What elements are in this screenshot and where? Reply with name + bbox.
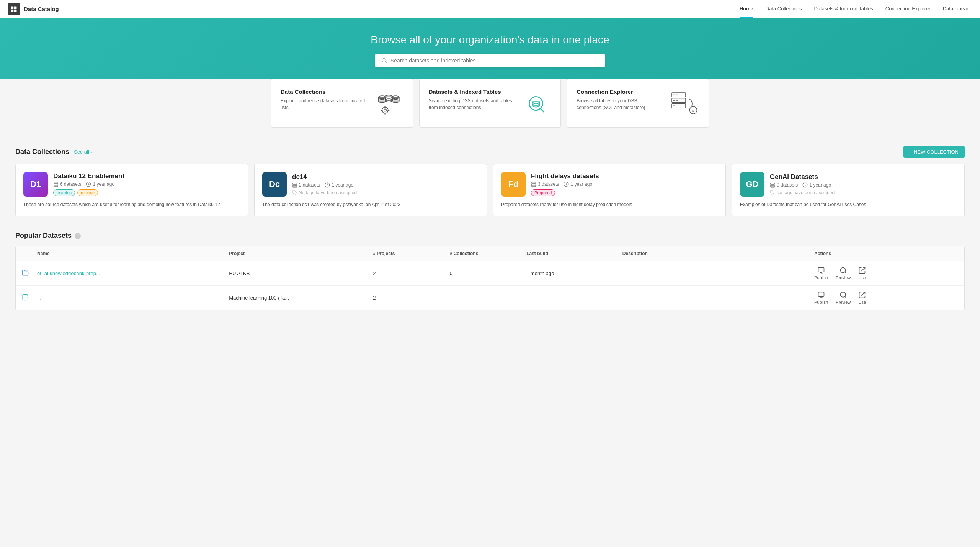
svg-rect-1: [14, 6, 17, 9]
top-nav: Data Catalog Home Data Collections Datas…: [0, 0, 980, 18]
svg-rect-3: [14, 9, 17, 12]
collection-avatar-0: D1: [23, 172, 48, 197]
collection-name-2: Flight delays datasets: [531, 172, 599, 180]
connection-icon: $: [669, 90, 699, 118]
feature-card-datasets[interactable]: Datasets & Indexed Tables Search existin…: [419, 79, 561, 128]
svg-point-15: [382, 107, 388, 113]
section-header: Data Collections See all › + NEW COLLECT…: [15, 146, 965, 158]
publish-icon-1: [817, 291, 825, 299]
no-tags-1: No tags have been assigned: [292, 190, 357, 195]
publish-button-0[interactable]: Publish: [814, 267, 828, 280]
feature-cards-row: Data Collections Explore, and reuse data…: [260, 79, 720, 128]
svg-rect-42: [293, 185, 297, 186]
preview-button-0[interactable]: Preview: [836, 267, 851, 280]
svg-line-58: [845, 272, 846, 274]
datasets-count-2: 3 datasets: [531, 182, 559, 187]
feature-card-title-1: Datasets & Indexed Tables: [429, 88, 515, 95]
svg-text:$: $: [692, 108, 694, 113]
preview-button-1[interactable]: Preview: [836, 291, 851, 305]
folder-icon: [22, 269, 29, 276]
use-button-0[interactable]: Use: [858, 267, 866, 280]
row-name-0[interactable]: eu-ai-knowledgebank-prep...: [37, 270, 229, 276]
publish-button-1[interactable]: Publish: [814, 291, 828, 305]
row-icon-0: [22, 269, 37, 277]
tag-icon: [292, 190, 297, 195]
feature-card-data-collections[interactable]: Data Collections Explore, and reuse data…: [271, 79, 413, 128]
svg-rect-38: [54, 184, 58, 185]
nav-data-lineage[interactable]: Data Lineage: [943, 0, 972, 18]
section-title: Data Collections: [15, 148, 69, 156]
datasets-count-3: 0 datasets: [770, 182, 798, 188]
tags-2: Prepared: [531, 189, 599, 196]
app-title: Data Catalog: [24, 6, 59, 12]
use-icon-1: [858, 291, 866, 299]
svg-rect-43: [293, 186, 297, 187]
row-actions-0: Publish Preview Use: [814, 267, 958, 280]
use-icon: [858, 267, 866, 274]
table-row: eu-ai-knowledgebank-prep... EU AI KB 2 0…: [16, 261, 964, 286]
hero-title: Browse all of your organization's data i…: [8, 34, 972, 46]
svg-line-26: [541, 109, 544, 112]
feature-card-title-2: Connection Explorer: [577, 88, 663, 95]
col-header-name: Name: [37, 251, 229, 256]
svg-rect-18: [384, 113, 385, 115]
hero-search-container: [375, 54, 605, 67]
collection-card-3[interactable]: GD GenAI Datasets 0 datasets 1 year ago: [732, 164, 965, 216]
row-project-0: EU AI KB: [229, 270, 373, 276]
svg-point-57: [840, 268, 845, 273]
popular-title: Popular Datasets: [15, 232, 72, 240]
preview-icon-1: [840, 291, 847, 299]
svg-rect-55: [818, 268, 824, 272]
svg-point-62: [840, 292, 845, 297]
nav-datasets-indexed[interactable]: Datasets & Indexed Tables: [814, 0, 873, 18]
nav-data-collections[interactable]: Data Collections: [766, 0, 802, 18]
table-row: ... Machine learning 100 (Ta... 2 Publis…: [16, 286, 964, 310]
svg-line-63: [845, 296, 846, 298]
row-collections-count-0: 0: [450, 270, 527, 276]
search-input[interactable]: [390, 57, 599, 64]
data-collections-icon: [373, 90, 403, 118]
clock-icon: [86, 182, 91, 187]
new-collection-button[interactable]: + NEW COLLECTION: [903, 146, 965, 158]
col-header-project: Project: [229, 251, 373, 256]
nav-home[interactable]: Home: [740, 0, 753, 18]
info-icon[interactable]: ?: [75, 233, 81, 239]
collection-desc-0: These are source datasets which are usef…: [23, 201, 240, 208]
svg-rect-19: [387, 110, 389, 111]
col-header-icon: [22, 251, 37, 256]
svg-rect-46: [532, 182, 536, 183]
app-logo[interactable]: Data Catalog: [8, 3, 59, 15]
grid-svg-icon: [10, 6, 17, 13]
publish-icon: [817, 267, 825, 274]
tag-learning: learning: [53, 189, 75, 196]
collections-row: D1 Dataiku 12 Enablement 6 datasets 1 ye…: [15, 164, 965, 216]
svg-rect-50: [771, 183, 775, 184]
row-project-1: Machine learning 100 (Ta...: [229, 295, 373, 301]
row-name-1[interactable]: ...: [37, 295, 229, 301]
svg-rect-60: [818, 292, 824, 297]
collection-avatar-3: GD: [740, 172, 764, 197]
collection-avatar-1: Dc: [262, 172, 287, 197]
tags-0: learning release: [53, 189, 124, 196]
datasets-count-0: 6 datasets: [53, 182, 81, 187]
row-icon-1: [22, 294, 37, 302]
svg-rect-37: [54, 182, 58, 183]
time-ago-2: 1 year ago: [564, 182, 592, 187]
preview-icon: [840, 267, 847, 274]
time-ago-0: 1 year ago: [86, 182, 114, 187]
feature-card-connection[interactable]: Connection Explorer Browse all tables in…: [567, 79, 709, 128]
collection-desc-1: The data collection dc1 was created by g…: [262, 201, 479, 208]
datasets-count-1: 2 datasets: [292, 182, 320, 188]
svg-rect-48: [532, 185, 536, 187]
see-all-link[interactable]: See all ›: [74, 149, 92, 155]
collection-card-1[interactable]: Dc dc14 2 datasets 1 year ago: [254, 164, 487, 216]
nav-links: Home Data Collections Datasets & Indexed…: [740, 0, 972, 18]
use-button-1[interactable]: Use: [858, 291, 866, 305]
svg-point-4: [382, 58, 386, 62]
tag-release: release: [77, 189, 98, 196]
datasets-icon: [521, 90, 551, 118]
nav-connection-explorer[interactable]: Connection Explorer: [885, 0, 931, 18]
svg-point-59: [23, 295, 28, 296]
collection-card-0[interactable]: D1 Dataiku 12 Enablement 6 datasets 1 ye…: [15, 164, 248, 216]
collection-card-2[interactable]: Fd Flight delays datasets 3 datasets 1 y…: [493, 164, 726, 216]
